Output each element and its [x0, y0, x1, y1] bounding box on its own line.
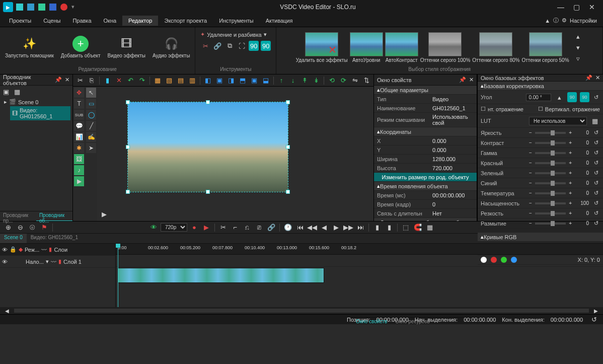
qat-record-icon[interactable]: [60, 4, 67, 11]
fx-reset-7[interactable]: ↺: [592, 200, 600, 206]
tl-scrollbar[interactable]: [14, 309, 589, 313]
audio-tool-icon[interactable]: ♪: [74, 165, 84, 175]
rotate-right-icon[interactable]: 90: [261, 41, 271, 51]
lut-browse-icon[interactable]: ▦: [590, 116, 600, 126]
slider-4[interactable]: [535, 172, 566, 174]
align-right-icon[interactable]: ◨: [226, 76, 236, 86]
wizard-button[interactable]: ✨Запустить помощник: [3, 35, 56, 60]
crop-icon[interactable]: ⧉: [224, 41, 235, 51]
explorer-tab-objects[interactable]: Проводник об...: [36, 211, 72, 221]
prop-time-frame[interactable]: 0: [429, 200, 477, 208]
rotate-ccw-icon[interactable]: ⟲: [327, 76, 337, 86]
style-remove-all[interactable]: ✕Удалить все эффекты: [296, 32, 348, 63]
canvas[interactable]: ▶: [97, 87, 373, 221]
track-fx-icon[interactable]: ◆: [19, 246, 23, 253]
fx-reset-3[interactable]: ↺: [592, 160, 600, 166]
slider-2[interactable]: [535, 152, 566, 154]
add-object-button[interactable]: +Добавить объект: [59, 35, 103, 60]
tl-eye-icon[interactable]: 👁: [148, 223, 159, 233]
fx-close-icon[interactable]: ✕: [595, 75, 600, 81]
tl-cut-icon[interactable]: ✂: [218, 223, 228, 233]
link-icon[interactable]: 🔗: [212, 41, 222, 51]
timeline-clip[interactable]: [118, 268, 324, 283]
fx-reset-2[interactable]: ↺: [592, 150, 600, 156]
select-all-icon[interactable]: ▦: [153, 76, 163, 86]
tree-expand-icon[interactable]: ▣: [1, 87, 11, 97]
tree-video-node[interactable]: 🎞Видео: GH012560_1: [10, 106, 70, 120]
menu-edit[interactable]: Правка: [66, 16, 97, 26]
help-icon[interactable]: ▲: [545, 18, 550, 24]
props-general-header[interactable]: ▴ Общие параметры: [374, 86, 477, 95]
style-gray50[interactable]: Оттенки серого 50%: [521, 32, 569, 63]
tl-grid-icon[interactable]: ▦: [425, 223, 435, 233]
gear-icon[interactable]: ⚙: [562, 17, 567, 24]
vflip-checkbox[interactable]: ☐Вертикал. отражение: [538, 106, 600, 112]
tl-razor-icon[interactable]: ⌐: [230, 223, 240, 233]
video-effects-button[interactable]: 🎞Видео эффекты: [106, 35, 147, 60]
rot90cw-icon[interactable]: 90: [580, 92, 589, 102]
video-tool-icon[interactable]: ▶: [74, 176, 84, 186]
align-bottom-icon[interactable]: ⬓: [261, 76, 271, 86]
status-reset-icon[interactable]: ↺: [589, 315, 599, 325]
style-scroll-up-icon[interactable]: ▴: [573, 31, 583, 41]
polyline-tool-icon[interactable]: ✍: [86, 132, 96, 142]
shape-tool-icon[interactable]: 💬: [74, 121, 84, 131]
track-color-icon[interactable]: ▮: [49, 246, 52, 253]
fx-reset-1[interactable]: ↺: [592, 139, 600, 146]
tl-prev-icon[interactable]: ◀◀: [307, 223, 317, 233]
rotate-cw-icon[interactable]: ⟳: [338, 76, 348, 86]
arrow-tool-icon[interactable]: ➤: [86, 143, 96, 153]
style-expand-icon[interactable]: ▿: [573, 53, 583, 63]
forward-icon[interactable]: ↟: [299, 76, 310, 86]
audio-effects-button[interactable]: 🎧Аудио эффекты: [150, 35, 192, 60]
tl-first-icon[interactable]: ⏮: [295, 223, 305, 233]
row-color-icon[interactable]: ▮: [58, 258, 61, 265]
tl-play-icon[interactable]: ▶: [201, 223, 211, 233]
move-tool-icon[interactable]: ✥: [74, 88, 84, 98]
menu-windows[interactable]: Окна: [98, 16, 123, 26]
minimize-button[interactable]: —: [557, 3, 564, 11]
props-coords-header[interactable]: ▴ Координаты: [374, 127, 477, 136]
prop-x-value[interactable]: 0.000: [429, 137, 477, 145]
tl-scroll-left-icon[interactable]: ◀: [2, 306, 12, 316]
menu-activation[interactable]: Активация: [260, 16, 299, 26]
ellipse-tool-icon[interactable]: ◯: [86, 110, 96, 120]
flip-v-icon[interactable]: ⇅: [361, 76, 371, 86]
prop-link-value[interactable]: Нет: [429, 209, 477, 217]
prop-time-ms[interactable]: 00:00:00.000: [429, 191, 477, 199]
rot90ccw-icon[interactable]: 90: [567, 92, 577, 102]
send-back-icon[interactable]: ↓: [288, 76, 298, 86]
image-tool-icon[interactable]: 🖼: [74, 154, 84, 164]
align-top-icon[interactable]: ⬒: [238, 76, 248, 86]
prop-blend-value[interactable]: Использовать свой: [429, 113, 477, 127]
lut-select[interactable]: Не использов: [529, 117, 587, 125]
prop-y-value[interactable]: 0.000: [429, 146, 477, 154]
settings-label[interactable]: Настройки: [570, 18, 597, 24]
tl-clock-icon[interactable]: 🕐: [283, 223, 293, 233]
maximize-button[interactable]: ▢: [573, 3, 580, 11]
timeline-playhead[interactable]: [118, 244, 118, 307]
close-button[interactable]: ✕: [589, 3, 595, 11]
basic-correction-header[interactable]: ▴ Базовая корректировка: [478, 82, 603, 91]
pin-icon[interactable]: 📌: [55, 77, 62, 83]
menu-editor[interactable]: Редактор: [122, 16, 158, 26]
fx-pin-icon[interactable]: 📌: [585, 75, 592, 81]
fx-reset-9[interactable]: ↺: [592, 220, 600, 227]
fx-reset-6[interactable]: ↺: [592, 190, 600, 196]
props-close-icon[interactable]: ✕: [469, 77, 474, 83]
bring-front-icon[interactable]: ↑: [276, 76, 286, 86]
props-tab-properties[interactable]: Окно свойств: [352, 318, 391, 327]
qat-dropdown-icon[interactable]: ▾: [71, 4, 79, 11]
tl-trim-icon[interactable]: ⎚: [254, 223, 264, 233]
slider-9[interactable]: [535, 223, 566, 225]
tl-zoom-out-icon[interactable]: ⊖: [15, 223, 25, 233]
timeline-tab-scene[interactable]: Scene 0: [0, 234, 27, 243]
style-scroll-down-icon[interactable]: ▾: [573, 42, 583, 52]
row-wave-icon[interactable]: 〰: [51, 259, 56, 265]
row-eye-icon[interactable]: 👁: [2, 259, 8, 265]
tl-split-icon[interactable]: ⎌: [242, 223, 252, 233]
distribute-icon[interactable]: ▥: [187, 76, 197, 86]
style-gray100[interactable]: Оттенки серого 100%: [420, 32, 471, 63]
prop-width-value[interactable]: 1280.000: [429, 155, 477, 163]
track-wave-icon[interactable]: 〰: [41, 247, 47, 253]
